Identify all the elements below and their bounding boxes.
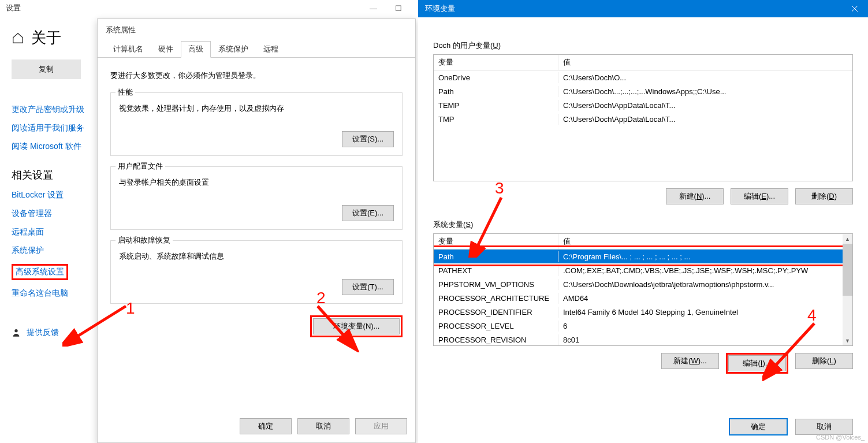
cancel-button[interactable]: 取消 <box>297 418 349 434</box>
user-edit-button[interactable]: 编辑(E)... <box>731 188 788 204</box>
annotation-4: 4 <box>807 306 817 325</box>
startup-legend: 启动和故障恢复 <box>116 235 173 245</box>
table-header: 变量 值 <box>434 55 852 70</box>
home-icon <box>12 32 24 44</box>
tab-4[interactable]: 远程 <box>256 41 286 57</box>
userprofile-desc: 与登录帐户相关的桌面设置 <box>119 177 394 188</box>
performance-desc: 视觉效果，处理器计划，内存使用，以及虚拟内存 <box>119 103 394 114</box>
user-delete-button[interactable]: 删除(D) <box>795 188 853 204</box>
cell-variable: TEMP <box>434 100 558 111</box>
startup-desc: 系统启动、系统故障和调试信息 <box>119 251 394 262</box>
settings-link[interactable]: BitLocker 设置 <box>12 190 87 200</box>
table-row[interactable]: PROCESSOR_ARCHITECTUREAMD64 <box>434 291 852 305</box>
arrow-2-icon <box>312 300 364 352</box>
minimize-icon[interactable]: — <box>362 4 385 13</box>
user-vars-table[interactable]: 变量 值 OneDriveC:\Users\Doch\O...PathC:\Us… <box>433 54 853 181</box>
cell-value: C:\Users\Doch\AppData\Local\T... <box>558 100 852 111</box>
scroll-down-arrow[interactable]: ▼ <box>843 336 852 345</box>
apply-button[interactable]: 应用 <box>355 418 407 434</box>
cell-variable: PHPSTORM_VM_OPTIONS <box>434 279 558 290</box>
performance-group: 性能 视觉效果，处理器计划，内存使用，以及虚拟内存 设置(S)... <box>110 92 403 156</box>
person-icon <box>12 328 21 337</box>
tab-3[interactable]: 系统保护 <box>211 41 256 57</box>
envdlg-cancel-button[interactable]: 取消 <box>795 419 853 435</box>
cell-variable: OneDrive <box>434 72 558 83</box>
close-icon[interactable] <box>841 0 868 17</box>
svg-line-2 <box>318 306 347 338</box>
cell-value: C:\Users\Doch\Downloads\jetbra\jetbra\vm… <box>558 279 852 290</box>
cell-value: AMD64 <box>558 293 852 304</box>
table-row[interactable]: PROCESSOR_IDENTIFIERIntel64 Family 6 Mod… <box>434 305 852 319</box>
cell-variable: PATHEXT <box>434 265 558 276</box>
annotation-3: 3 <box>495 179 504 198</box>
maximize-icon[interactable]: ☐ <box>387 4 410 13</box>
settings-titlebar: 设置 — ☐ <box>0 0 416 16</box>
cell-variable: PROCESSOR_REVISION <box>434 334 558 345</box>
tab-1[interactable]: 硬件 <box>151 41 181 57</box>
cell-value: C:\Users\Doch\...;...;...;...WindowsApps… <box>558 86 852 97</box>
cell-variable: PROCESSOR_LEVEL <box>434 321 558 332</box>
page-title: 关于 <box>12 28 87 48</box>
tab-2[interactable]: 高级 <box>181 41 211 58</box>
annotation-1: 1 <box>126 299 135 318</box>
admin-note: 要进行大多数更改，你必须作为管理员登录。 <box>110 70 403 81</box>
page-title-text: 关于 <box>31 28 61 48</box>
related-settings-header: 相关设置 <box>12 168 87 182</box>
startup-group: 启动和故障恢复 系统启动、系统故障和调试信息 设置(T)... <box>110 240 403 304</box>
settings-link[interactable]: 重命名这台电脑 <box>12 288 87 299</box>
sysprop-tabs: 计算机名硬件高级系统保护远程 <box>98 41 415 58</box>
settings-link[interactable]: 远程桌面 <box>12 227 87 237</box>
startup-settings-button[interactable]: 设置(T)... <box>342 279 394 295</box>
system-properties-dialog: 系统属性 计算机名硬件高级系统保护远程 要进行大多数更改，你必须作为管理员登录。… <box>97 18 416 443</box>
envdlg-titlebar: 环境变量 <box>418 0 868 17</box>
watermark: CSDN @Voices_ <box>816 434 865 441</box>
copy-button[interactable]: 复制 <box>12 59 81 79</box>
cell-variable: PROCESSOR_ARCHITECTURE <box>434 293 558 304</box>
performance-settings-button[interactable]: 设置(S)... <box>342 131 394 147</box>
table-row[interactable]: TEMPC:\Users\Doch\AppData\Local\T... <box>434 98 852 112</box>
userprofile-settings-button[interactable]: 设置(E)... <box>342 205 394 221</box>
vertical-scrollbar[interactable]: ▲ ▼ <box>843 234 852 345</box>
sysprop-title: 系统属性 <box>98 19 415 41</box>
window-controls: — ☐ <box>362 4 410 13</box>
sys-new-button[interactable]: 新建(W)... <box>661 353 719 369</box>
table-row[interactable]: PathC:\Users\Doch\...;...;...;...Windows… <box>434 84 852 98</box>
annotation-2: 2 <box>316 289 326 307</box>
advanced-system-settings-highlight: 高级系统设置 <box>12 264 68 280</box>
advanced-system-settings-link[interactable]: 高级系统设置 <box>12 264 87 280</box>
feedback-label: 提供反馈 <box>27 327 59 338</box>
settings-title: 设置 <box>6 3 21 13</box>
cell-value: C:\Users\Doch\AppData\Local\T... <box>558 114 852 125</box>
scroll-thumb[interactable] <box>843 244 852 296</box>
svg-line-1 <box>74 306 126 338</box>
sysprop-footer: 确定 取消 应用 <box>240 418 407 434</box>
table-row[interactable]: TMPC:\Users\Doch\AppData\Local\T... <box>434 112 852 126</box>
col-value[interactable]: 值 <box>558 55 852 70</box>
cell-value: .COM;.EXE;.BAT;.CMD;.VBS;.VBE;.JS;.JSE;.… <box>558 265 852 276</box>
arrow-4-icon <box>762 318 826 381</box>
cell-variable: Path <box>434 86 558 97</box>
user-new-button[interactable]: 新建(N)... <box>666 188 724 204</box>
userprofile-group: 用户配置文件 与登录帐户相关的桌面设置 设置(E)... <box>110 166 403 230</box>
settings-link[interactable]: 阅读适用于我们服务 <box>12 123 87 133</box>
scroll-up-arrow[interactable]: ▲ <box>843 234 852 244</box>
svg-point-0 <box>14 329 17 332</box>
svg-line-4 <box>773 323 814 368</box>
envdlg-ok-button[interactable]: 确定 <box>729 419 787 435</box>
table-row[interactable]: OneDriveC:\Users\Doch\O... <box>434 70 852 84</box>
settings-link[interactable]: 系统保护 <box>12 245 87 256</box>
envdlg-footer: 确定 取消 <box>729 419 853 435</box>
settings-link[interactable]: 设备管理器 <box>12 209 87 219</box>
performance-legend: 性能 <box>116 87 135 98</box>
ok-button[interactable]: 确定 <box>240 418 292 434</box>
tab-0[interactable]: 计算机名 <box>106 41 151 57</box>
settings-link[interactable]: 阅读 Microsoft 软件 <box>12 142 87 152</box>
settings-link[interactable]: 更改产品密钥或升级 <box>12 105 87 115</box>
user-vars-label: Doch 的用户变量(U) <box>433 40 853 51</box>
cell-variable: PROCESSOR_IDENTIFIER <box>434 307 558 318</box>
table-row[interactable]: PHPSTORM_VM_OPTIONSC:\Users\Doch\Downloa… <box>434 277 852 291</box>
cell-value: C:\Users\Doch\O... <box>558 72 852 83</box>
svg-line-3 <box>476 198 501 250</box>
col-variable[interactable]: 变量 <box>434 55 558 70</box>
arrow-3-icon <box>468 194 514 258</box>
